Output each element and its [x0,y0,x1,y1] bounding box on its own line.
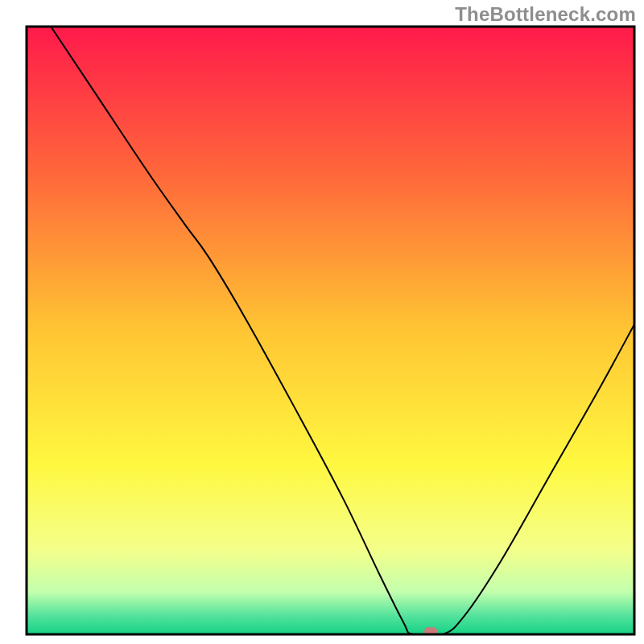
bottleneck-chart [0,0,644,644]
plot-background [27,27,634,634]
